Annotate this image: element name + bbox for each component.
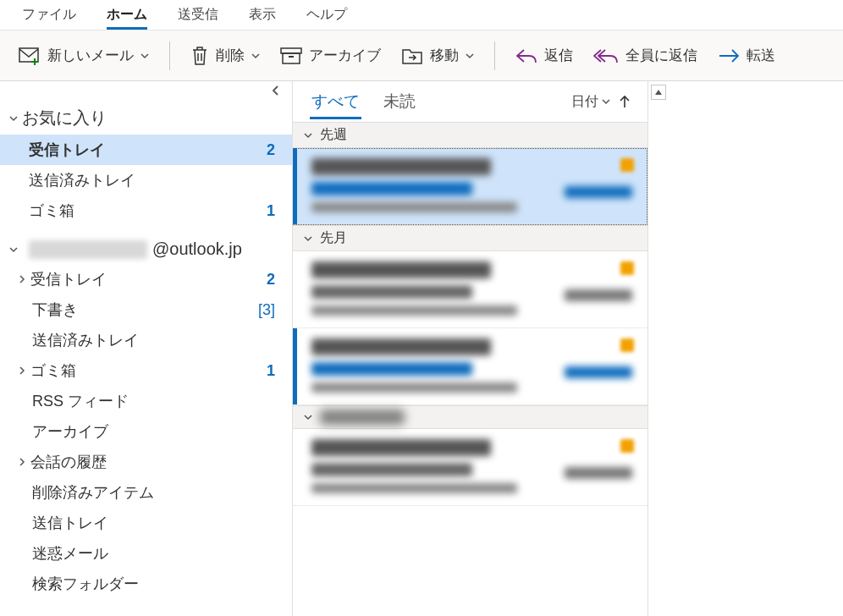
nav-item-label: 送信済みトレイ [32,330,139,350]
preview-redacted [311,305,517,316]
message-item[interactable] [293,328,647,405]
folder-pane: お気に入り 受信トレイ 2 送信済みトレイ ゴミ箱 1 @outlook.jp [0,81,293,616]
time-redacted [565,467,632,479]
reply-icon [515,47,537,64]
fav-trash[interactable]: ゴミ箱 1 [0,195,292,226]
archive-button[interactable]: アーカイブ [272,41,389,70]
sort-direction-button[interactable] [619,95,631,108]
chevron-down-icon [140,52,149,60]
forward-icon [718,48,740,63]
menu-home[interactable]: ホーム [91,1,163,29]
folder-drafts[interactable]: 下書き [3] [0,294,292,325]
unread-count: 2 [267,271,275,289]
subject-redacted [311,182,472,195]
nav-item-label: RSS フィード [32,391,129,411]
chevron-down-icon [303,130,313,140]
message-area: すべて 未読 日付 先週 [293,81,843,616]
sender-redacted [311,439,491,456]
message-item[interactable] [293,251,647,328]
flag-icon [620,338,634,352]
folder-sent[interactable]: 送信済みトレイ [0,325,292,355]
chevron-down-icon [251,52,260,60]
sort-controls: 日付 [571,93,631,111]
nav-item-label: ゴミ箱 [29,201,74,221]
flag-icon [620,158,634,172]
menu-view[interactable]: 表示 [234,1,291,29]
nav-item-label: 迷惑メール [32,543,108,564]
move-button[interactable]: 移動 [393,41,482,70]
sender-redacted [311,261,491,278]
delete-button[interactable]: 削除 [182,41,268,71]
menu-file[interactable]: ファイル [7,1,91,29]
scrollbar[interactable] [648,81,669,616]
unread-count: 1 [267,202,275,220]
reply-all-icon [593,47,619,64]
chevron-right-icon [17,457,29,467]
time-redacted [565,366,632,378]
folder-rss[interactable]: RSS フィード [0,386,292,416]
group-header-lastweek[interactable]: 先週 [293,122,647,148]
toolbar: 新しいメール 削除 アーカイブ 移動 返信 [0,30,843,81]
account-header[interactable]: @outlook.jp [0,234,292,264]
chevron-left-icon [270,85,282,96]
folder-junk[interactable]: 迷惑メール [0,538,292,569]
scroll-up-button[interactable] [651,85,666,100]
nav-item-label: アーカイブ [32,421,108,442]
trash-icon [190,46,209,66]
menu-bar: ファイル ホーム 送受信 表示 ヘルプ [0,0,843,30]
subject-redacted [311,285,472,299]
group-label-redacted [320,410,405,425]
group-header-blurred[interactable] [293,405,647,429]
nav-item-label: 送信済みトレイ [29,170,135,190]
fav-sent[interactable]: 送信済みトレイ [0,165,292,195]
menu-help[interactable]: ヘルプ [291,1,362,29]
account-name-redacted [29,240,147,259]
preview-redacted [311,483,517,493]
sort-label: 日付 [571,93,598,111]
favorites-header[interactable]: お気に入り [0,102,292,135]
nav-item-label: 受信トレイ [30,269,107,289]
unread-count: 2 [267,141,275,159]
new-mail-button[interactable]: 新しいメール [10,41,157,70]
group-header-lastmonth[interactable]: 先月 [293,225,647,251]
folder-trash[interactable]: ゴミ箱 1 [0,355,292,386]
menu-sendreceive[interactable]: 送受信 [163,1,234,29]
nav-item-label: 受信トレイ [29,140,105,160]
folder-search[interactable]: 検索フォルダー [0,569,292,599]
folder-conversation-history[interactable]: 会話の履歴 [0,447,292,477]
sort-by-button[interactable]: 日付 [571,93,610,111]
message-item[interactable] [293,429,647,506]
folder-inbox[interactable]: 受信トレイ 2 [0,264,292,294]
reading-pane [669,81,843,616]
tab-unread[interactable]: 未読 [382,84,417,119]
chevron-right-icon [17,274,29,284]
folder-outbox[interactable]: 送信トレイ [0,508,292,538]
collapse-folder-pane[interactable] [270,85,282,96]
chevron-right-icon [17,366,29,376]
folder-deleted[interactable]: 削除済みアイテム [0,477,292,508]
chevron-down-icon [602,97,610,106]
fav-inbox[interactable]: 受信トレイ 2 [0,135,292,165]
account-section: @outlook.jp 受信トレイ 2 下書き [3] 送信済みトレイ ゴミ箱 [0,234,292,599]
forward-button[interactable]: 転送 [709,41,784,70]
group-label: 先週 [320,126,347,144]
arrow-up-icon [619,95,631,108]
nav-item-label: 会話の履歴 [30,452,107,472]
favorites-section: お気に入り 受信トレイ 2 送信済みトレイ ゴミ箱 1 [0,102,292,226]
flag-icon [620,439,634,453]
message-list-pane: すべて 未読 日付 先週 [293,81,648,616]
reply-all-button[interactable]: 全員に返信 [585,41,706,70]
svg-rect-1 [281,48,301,53]
archive-icon [280,47,302,65]
chevron-down-icon [303,412,313,422]
reply-label: 返信 [544,46,573,65]
message-item[interactable] [293,148,647,225]
nav-item-label: ゴミ箱 [30,360,76,381]
sender-redacted [311,338,491,355]
nav-item-label: 削除済みアイテム [32,482,154,503]
preview-redacted [311,202,517,212]
folder-archive[interactable]: アーカイブ [0,416,292,447]
forward-label: 転送 [747,46,775,65]
reply-button[interactable]: 返信 [507,41,581,70]
tab-all[interactable]: すべて [310,84,361,119]
